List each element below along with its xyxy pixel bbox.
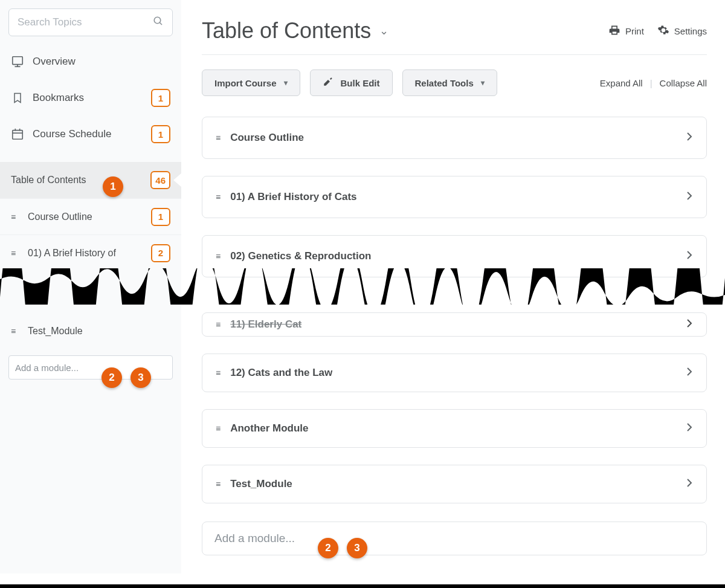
add-module-placeholder: Add a module... [214, 532, 295, 545]
bookmarks-count: 1 [151, 89, 170, 107]
import-label: Import Course [214, 78, 277, 88]
module-row[interactable]: ≡ Test_Module [202, 465, 707, 503]
chevron-down-icon: ⌄ [379, 24, 388, 37]
drag-icon: ≡ [216, 368, 221, 378]
toc-count: 46 [150, 171, 170, 189]
svg-point-0 [154, 17, 161, 24]
module-count: 1 [151, 208, 170, 226]
settings-label: Settings [674, 26, 707, 36]
annotation-3-side: 3 [130, 367, 151, 388]
schedule-label: Course Schedule [33, 128, 143, 140]
module-title: 01) A Brief History of Cats [230, 191, 686, 203]
chevron-right-icon [686, 191, 693, 203]
annotation-3-main: 3 [347, 538, 367, 558]
module-row[interactable]: ≡ 12) Cats and the Law [202, 354, 707, 392]
main-content: Table of Contents ⌄ Print Settings [181, 0, 725, 573]
sidebar-item-overview[interactable]: Overview [0, 44, 181, 80]
chevron-right-icon [686, 250, 693, 262]
expand-all-link[interactable]: Expand All [600, 78, 643, 88]
print-button[interactable]: Print [608, 24, 644, 38]
chevron-right-icon [686, 367, 693, 379]
bottom-edge [0, 584, 725, 588]
sidebar-item-bookmarks[interactable]: Bookmarks 1 [0, 80, 181, 116]
module-row[interactable]: ≡ 02) Genetics & Reproduction [202, 235, 707, 277]
import-course-button[interactable]: Import Course ▾ [202, 69, 300, 96]
module-title: 12) Cats and the Law [230, 367, 686, 379]
gear-icon [657, 24, 669, 38]
sidebar-item-toc[interactable]: Table of Contents 46 [0, 162, 181, 198]
module-title: Course Outline [230, 132, 686, 144]
schedule-count: 1 [151, 125, 170, 143]
drag-icon: ≡ [216, 251, 221, 261]
chevron-down-icon: ▾ [284, 79, 288, 87]
module-row[interactable]: ≡ 11) Elderly Cat [202, 312, 707, 337]
bookmark-icon [11, 91, 24, 105]
edit-icon [323, 76, 334, 89]
svg-line-1 [160, 22, 162, 25]
module-label: 01) A Brief History of [28, 248, 144, 259]
module-title: 02) Genetics & Reproduction [230, 250, 686, 262]
bookmarks-label: Bookmarks [33, 92, 143, 104]
divider [202, 54, 707, 55]
overview-icon [11, 55, 24, 68]
page-title: Table of Contents [202, 18, 371, 44]
drag-icon: ≡ [216, 320, 221, 329]
page-title-dropdown[interactable]: Table of Contents ⌄ [202, 18, 388, 44]
annotation-2-side: 2 [102, 367, 122, 388]
sidebar-module-course-outline[interactable]: ≡ Course Outline 1 [0, 198, 181, 234]
module-row[interactable]: ≡ 01) A Brief History of Cats [202, 176, 707, 218]
drag-icon: ≡ [216, 192, 221, 202]
module-row[interactable]: ≡ Another Module [202, 409, 707, 448]
svg-rect-2 [13, 57, 23, 65]
add-module-placeholder: Add a module... [15, 363, 79, 373]
module-count: 2 [151, 244, 170, 262]
module-label: Course Outline [28, 212, 144, 222]
overview-label: Overview [33, 56, 170, 68]
sidebar-module-test[interactable]: ≡ Test_Module [0, 313, 181, 349]
search-topics[interactable] [8, 8, 173, 36]
chevron-right-icon [686, 478, 693, 490]
module-row[interactable]: ≡ Course Outline [202, 117, 707, 159]
search-input[interactable] [18, 16, 153, 28]
module-title: 11) Elderly Cat [230, 318, 686, 331]
chevron-right-icon [686, 132, 693, 144]
sidebar-module-history[interactable]: ≡ 01) A Brief History of 2 [0, 234, 181, 271]
drag-icon: ≡ [216, 424, 221, 433]
collapse-all-link[interactable]: Collapse All [660, 78, 707, 88]
drag-icon: ≡ [11, 326, 21, 336]
module-title: Test_Module [230, 478, 686, 490]
annotation-1: 1 [103, 176, 123, 197]
svg-rect-5 [13, 131, 23, 140]
drag-icon: ≡ [216, 479, 221, 489]
calendar-icon [11, 128, 24, 141]
bulk-edit-button[interactable]: Bulk Edit [310, 69, 393, 96]
module-title: Another Module [230, 422, 686, 435]
module-label: Test_Module [28, 326, 170, 337]
separator: | [650, 78, 652, 88]
drag-icon: ≡ [11, 212, 21, 222]
chevron-down-icon: ▾ [481, 79, 485, 87]
sidebar: Overview Bookmarks 1 Course Schedule 1 T… [0, 0, 181, 573]
related-label: Related Tools [415, 78, 474, 88]
search-icon [153, 16, 164, 29]
drag-icon: ≡ [11, 248, 21, 258]
settings-button[interactable]: Settings [657, 24, 707, 38]
print-icon [608, 24, 620, 38]
annotation-2-main: 2 [318, 538, 338, 558]
related-tools-button[interactable]: Related Tools ▾ [402, 69, 497, 96]
chevron-right-icon [686, 422, 693, 435]
sidebar-item-schedule[interactable]: Course Schedule 1 [0, 116, 181, 152]
drag-icon: ≡ [216, 133, 221, 143]
add-module-input-main[interactable]: Add a module... [202, 522, 707, 555]
chevron-right-icon [686, 318, 693, 331]
bulk-edit-label: Bulk Edit [341, 78, 380, 88]
print-label: Print [625, 26, 644, 36]
